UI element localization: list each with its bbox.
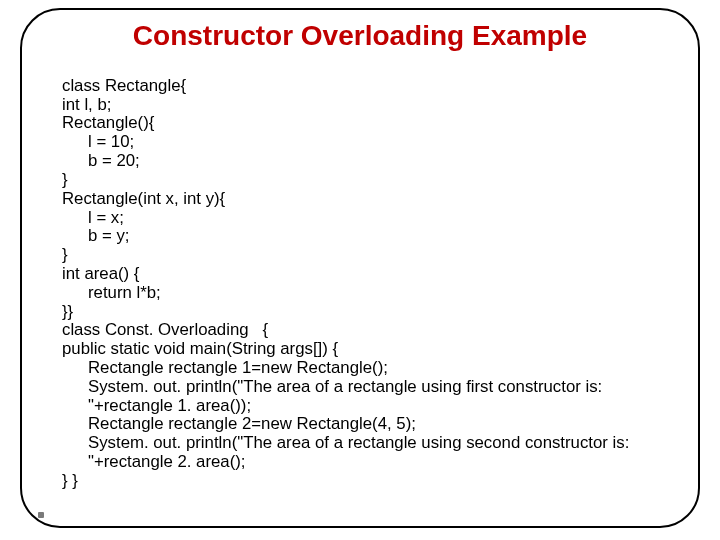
code-line: b = y; xyxy=(62,227,658,246)
slide: Constructor Overloading Example class Re… xyxy=(0,0,720,540)
code-line: l = x; xyxy=(62,209,658,228)
code-line: int area() { xyxy=(62,264,139,283)
code-line: public static void main(String args[]) { xyxy=(62,339,338,358)
code-line: class Rectangle{ xyxy=(62,76,186,95)
code-line: Rectangle rectangle 2=new Rectangle(4, 5… xyxy=(62,415,658,434)
code-block: class Rectangle{ int l, b; Rectangle(){ … xyxy=(62,58,658,491)
code-line: Rectangle rectangle 1=new Rectangle(); xyxy=(62,359,658,378)
code-line: class Const. Overloading { xyxy=(62,320,268,339)
code-line: b = 20; xyxy=(62,152,658,171)
code-line: }} xyxy=(62,302,73,321)
code-line: System. out. println("The area of a rect… xyxy=(62,378,658,416)
slide-title: Constructor Overloading Example xyxy=(62,20,658,52)
code-line: Rectangle(){ xyxy=(62,113,154,132)
code-line: int l, b; xyxy=(62,95,111,114)
code-line: } xyxy=(62,245,68,264)
code-line: } xyxy=(62,170,68,189)
code-line: } } xyxy=(62,471,78,490)
page-indicator-icon xyxy=(38,512,44,518)
code-line: l = 10; xyxy=(62,133,658,152)
code-line: System. out. println("The area of a rect… xyxy=(62,434,658,472)
slide-frame: Constructor Overloading Example class Re… xyxy=(20,8,700,528)
code-line: Rectangle(int x, int y){ xyxy=(62,189,225,208)
code-line: return l*b; xyxy=(62,284,658,303)
